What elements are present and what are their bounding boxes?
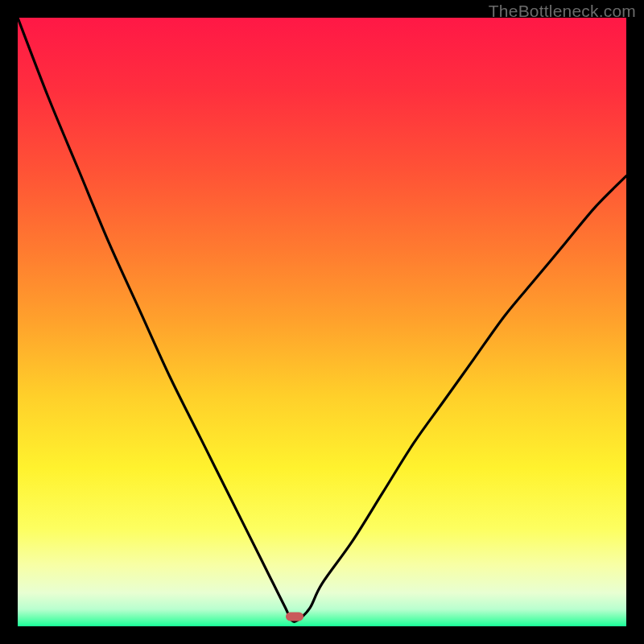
plot-area <box>18 18 626 626</box>
watermark-label: TheBottleneck.com <box>489 2 636 21</box>
bottleneck-curve-chart <box>18 18 626 626</box>
gradient-background <box>18 18 626 626</box>
chart-frame: TheBottleneck.com <box>0 0 644 644</box>
optimal-point-marker <box>286 612 303 621</box>
